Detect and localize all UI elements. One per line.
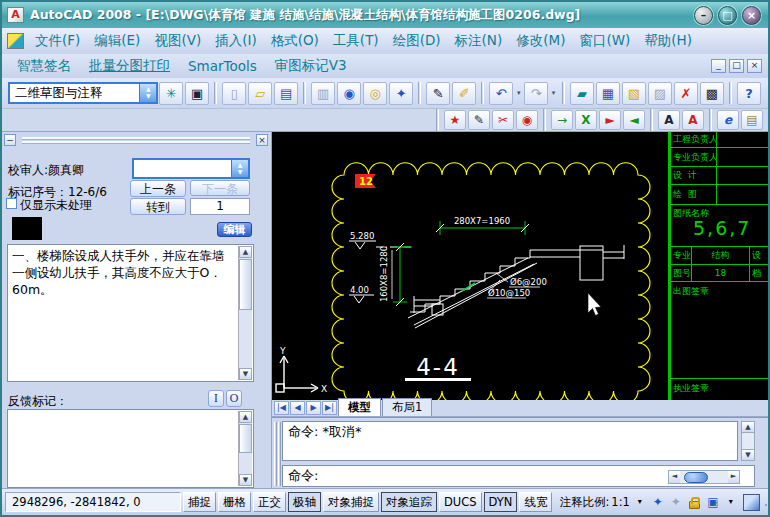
save-icon[interactable]: ▤ [274, 82, 298, 105]
palette-close-button[interactable]: × [256, 134, 268, 146]
toggle-ducs[interactable]: DUCS [439, 492, 482, 512]
menu-item-smart-sign[interactable]: 智慧签名 [8, 56, 80, 76]
coordinate-readout[interactable]: 2948296, -2841842, 0 [5, 492, 181, 512]
menu-item-help[interactable]: 帮助(H) [637, 30, 699, 52]
scroll-down-icon[interactable]: ▼ [742, 449, 754, 460]
menu-item-edit[interactable]: 编辑(E) [87, 30, 147, 52]
command-grip[interactable] [278, 422, 281, 486]
scrollbar-thumb[interactable] [239, 424, 252, 453]
toggle-lineweight[interactable]: 线宽 [519, 492, 552, 512]
workspace-switch-icon[interactable]: ▣ [185, 82, 209, 105]
publish-icon[interactable]: ◎ [363, 82, 387, 105]
toggle-grid[interactable]: 栅格 [218, 492, 251, 512]
scale-dropdown-icon[interactable]: ▾ [632, 494, 648, 511]
sheet-set-icon[interactable]: ▨ [648, 82, 672, 105]
mark-scissors-icon[interactable]: ✂ [492, 110, 514, 130]
workspace-combobox[interactable]: 二维草图与注释 ▲▼ [8, 82, 158, 104]
quickcalc-icon[interactable]: ▩ [700, 82, 724, 105]
annotation-autoscale-icon[interactable]: ✦ [668, 494, 684, 511]
toggle-dyn[interactable]: DYN [484, 492, 518, 512]
goto-number-input[interactable]: 1 [190, 198, 250, 215]
redo-dropdown-icon[interactable]: ▾ [549, 83, 558, 103]
mark-pen-icon[interactable]: ✎ [468, 110, 490, 130]
redo-icon[interactable]: ↷ [524, 82, 548, 105]
command-grip[interactable] [274, 422, 277, 486]
quick-pen-icon[interactable]: ✐ [452, 82, 476, 105]
scroll-up-icon[interactable]: ▲ [742, 422, 754, 433]
acad-red-icon[interactable]: A [682, 110, 704, 130]
menu-item-window[interactable]: 窗口(W) [572, 30, 637, 52]
excel-icon[interactable]: X [575, 110, 597, 130]
tab-layout1[interactable]: 布局1 [382, 398, 432, 416]
undo-icon[interactable]: ↶ [489, 82, 513, 105]
feedback-i-button[interactable]: I [208, 390, 224, 407]
mdi-minimize-button[interactable]: _ [711, 59, 726, 73]
command-hscrollbar[interactable]: ◄ ► [668, 470, 740, 484]
menu-item-insert[interactable]: 插入(I) [208, 30, 264, 52]
markup-set-icon[interactable]: ✗ [674, 82, 698, 105]
combo-spinner-icon[interactable]: ▲▼ [139, 84, 156, 102]
toggle-snap[interactable]: 捕捉 [183, 492, 216, 512]
drawing-viewport[interactable]: 12 280X7=1960 5.280 160X8=1280 [272, 132, 668, 400]
menu-item-review-mark[interactable]: 审图标记V3 [266, 56, 356, 76]
command-scrollbar[interactable]: ▲ ▼ [741, 421, 755, 461]
annotation-visibility-icon[interactable]: ✦ [650, 494, 666, 511]
export-mark-icon[interactable]: → [551, 110, 573, 130]
layer-manager-icon[interactable]: ▦ [596, 82, 620, 105]
annotation-scale-value[interactable]: 1:1 [611, 495, 630, 509]
command-history[interactable]: 命令: *取消* [282, 421, 738, 461]
mdi-restore-button[interactable]: □ [729, 59, 744, 73]
tab-prev-icon[interactable]: ◀ [290, 401, 305, 415]
trusted-autodesk-icon[interactable]: ▣✓ [705, 494, 721, 511]
toggle-osnap[interactable]: 对象捕捉 [323, 492, 379, 512]
minimize-button[interactable]: – [694, 6, 713, 25]
drawing-file-icon[interactable] [7, 33, 24, 49]
close-button[interactable]: × [742, 6, 761, 25]
status-menu-dropdown-icon[interactable]: ▾ [723, 494, 739, 511]
palette-minimize-button[interactable]: − [4, 134, 16, 146]
maximize-button[interactable]: □ [718, 6, 737, 25]
scroll-right-icon[interactable]: ► [728, 471, 739, 483]
scrollbar-thumb[interactable] [684, 472, 708, 483]
plot-icon[interactable]: ▥ [311, 82, 335, 105]
sketch-pen-icon[interactable]: ✎ [426, 82, 450, 105]
scrollbar-thumb[interactable] [239, 259, 252, 310]
mark-search-icon[interactable]: ◉ [516, 110, 538, 130]
feedback-textarea[interactable]: ▲ ▼ [7, 409, 254, 488]
model-space-canvas[interactable]: 12 280X7=1960 5.280 160X8=1280 [272, 132, 768, 400]
toggle-polar[interactable]: 极轴 [288, 492, 321, 512]
reviewer-combobox[interactable]: ▲▼ [132, 158, 250, 179]
menu-item-draw[interactable]: 绘图(D) [386, 30, 448, 52]
tab-first-icon[interactable]: |◀ [274, 401, 289, 415]
toggle-otrack[interactable]: 对象追踪 [381, 492, 437, 512]
help-icon[interactable]: ? [737, 82, 761, 105]
menu-item-dimension[interactable]: 标注(N) [448, 30, 510, 52]
feedback-o-button[interactable]: O [226, 390, 242, 407]
note-scrollbar[interactable]: ▲ ▼ [238, 246, 252, 380]
toggle-ortho[interactable]: 正交 [253, 492, 286, 512]
prev-mark-icon[interactable]: ◄ [623, 110, 645, 130]
plot-preview-icon[interactable]: ◉ [337, 82, 361, 105]
next-mark-icon[interactable]: ► [599, 110, 621, 130]
unprocessed-only-checkbox[interactable] [6, 198, 17, 209]
scroll-down-icon[interactable]: ▼ [239, 368, 252, 380]
flag-star-icon[interactable]: ★ [444, 110, 466, 130]
goto-button[interactable]: 转到 [130, 198, 186, 215]
mark-note-textarea[interactable]: 一、楼梯除设成人扶手外，并应在靠墙一侧设幼儿扶手，其高度不应大于O．60m。 ▲… [7, 244, 254, 382]
tab-model[interactable]: 模型 [338, 398, 381, 416]
gear-icon[interactable]: ✳ [159, 82, 183, 105]
resize-grip[interactable] [764, 497, 770, 507]
menu-item-format[interactable]: 格式(O) [264, 30, 326, 52]
notebook-icon[interactable]: ▤ [741, 110, 763, 130]
menu-item-tools[interactable]: 工具(T) [326, 30, 386, 52]
menu-item-file[interactable]: 文件(F) [28, 30, 87, 52]
next-mark-button[interactable]: 下一条 [190, 180, 250, 196]
menu-item-modify[interactable]: 修改(M) [509, 30, 572, 52]
scroll-left-icon[interactable]: ◄ [669, 471, 680, 483]
title-block[interactable]: 工程负责人 专业负责人 设 计 绘 图 图纸名称 5,6,7 专业 结构 [668, 132, 768, 400]
scroll-up-icon[interactable]: ▲ [239, 411, 252, 423]
toolbar-lock-icon[interactable] [689, 501, 700, 509]
tab-next-icon[interactable]: ▶ [306, 401, 321, 415]
scroll-down-icon[interactable]: ▼ [239, 474, 252, 486]
edit-button[interactable]: 编辑 [217, 222, 252, 237]
